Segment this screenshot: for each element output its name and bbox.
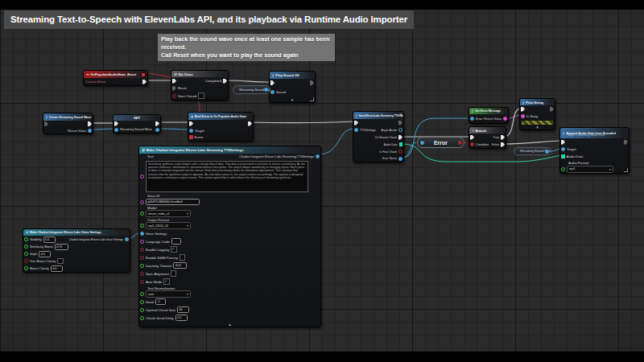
dropdown[interactable]: eleven_turbo_v2▾: [146, 210, 191, 217]
comment-title[interactable]: Streaming Text-to-Speech with ElevenLabs…: [4, 10, 414, 29]
exec-pin[interactable]: [561, 140, 565, 145]
exec-pin[interactable]: [398, 135, 402, 140]
exec-pin[interactable]: [142, 80, 147, 84]
float-pin[interactable]: [140, 308, 144, 312]
exec-pin[interactable]: [501, 135, 505, 140]
append-audio-data-from-encoded[interactable]: ƒAppend Audio Data from EncodedTarget is…: [559, 127, 630, 174]
string-pin[interactable]: [140, 200, 144, 204]
obj-pin[interactable]: [316, 154, 320, 158]
obj-pin[interactable]: [270, 90, 275, 94]
dropdown[interactable]: mp3_22050_32▾: [146, 222, 191, 229]
enum-pin[interactable]: [140, 212, 144, 216]
streaming-sound-wave-get-2[interactable]: Streaming Sound Wave: [514, 147, 551, 155]
value-field[interactable]: 0.5: [43, 237, 56, 243]
exec-pin[interactable]: [223, 79, 227, 84]
node-header[interactable]: ƒAppend Audio Data from EncodedTarget is…: [560, 128, 629, 138]
exec-pin[interactable]: [189, 121, 193, 126]
bool-pin[interactable]: [470, 142, 474, 146]
checkbox[interactable]: [171, 270, 177, 277]
obj-pin[interactable]: [88, 129, 92, 133]
obj-pin[interactable]: [114, 128, 118, 132]
obj-pin[interactable]: [264, 88, 268, 92]
resize-handle[interactable]: [624, 168, 628, 172]
node-header[interactable]: ƒSend ElevenLabs Streaming TTS Request◷: [353, 112, 403, 119]
branch[interactable]: ⑂BranchTrueConditionFalse: [469, 126, 506, 149]
dropdown[interactable]: mp3▾: [567, 166, 613, 173]
exec-pin[interactable]: [248, 121, 252, 126]
float-pin[interactable]: [24, 252, 28, 256]
node-header[interactable]: ƒCreate Streaming Sound Wave: [43, 113, 93, 121]
resize-handle[interactable]: [310, 97, 314, 101]
node-header[interactable]: ⊞Make Chatbot Integrator Eleven Labs Voi…: [23, 229, 130, 236]
exec-pin[interactable]: [270, 80, 275, 85]
node-header[interactable]: ƒGet Error Message: [469, 108, 508, 114]
bool-pin[interactable]: [140, 272, 144, 276]
obj-pin[interactable]: [155, 128, 159, 132]
exec-pin[interactable]: [470, 135, 474, 140]
create-streaming-sound-wave[interactable]: ƒCreate Streaming Sound WaveReturn Value: [43, 113, 93, 134]
checkbox[interactable]: [180, 254, 186, 261]
comment-note[interactable]: Play back the sound wave once at least o…: [158, 34, 335, 61]
bool-pin[interactable]: [140, 280, 144, 284]
bool-pin[interactable]: [140, 256, 144, 260]
node-header[interactable]: SET: [114, 115, 160, 121]
checkbox[interactable]: [163, 278, 170, 285]
array-pin[interactable]: [399, 142, 403, 146]
collapse-chevron[interactable]: ▾: [270, 97, 315, 102]
enum-pin[interactable]: [561, 167, 565, 171]
value-field[interactable]: 40: [177, 306, 189, 313]
delegate-pin[interactable]: [141, 72, 146, 77]
send-elevenlabs-streaming-tts-request[interactable]: ƒSend ElevenLabs Streaming TTS Request◷T…: [353, 111, 404, 162]
obj-pin[interactable]: [140, 232, 144, 236]
obj-pin[interactable]: [125, 237, 129, 241]
value-field[interactable]: 0.1: [175, 315, 188, 321]
value-field[interactable]: 0.0: [51, 265, 63, 272]
obj-pin[interactable]: [398, 157, 402, 161]
set-streaming-sound-wave[interactable]: SETStreaming Sound Wave: [113, 114, 161, 134]
array-pin[interactable]: [561, 154, 565, 158]
make-chatbot-integrator-eleven-labs-streaming-tts-settings[interactable]: ⊞Make Chatbot Integrator Eleven Labs Str…: [138, 146, 321, 327]
value-field[interactable]: 20.0: [173, 262, 187, 269]
exec-pin[interactable]: [624, 140, 628, 145]
collapse-chevron[interactable]: ▴: [139, 322, 320, 327]
node-header[interactable]: ⟳Do Once: [171, 71, 228, 77]
exec-pin[interactable]: [44, 121, 48, 126]
bool-pin[interactable]: [172, 94, 176, 98]
do-once[interactable]: ⟳Do OnceCompletedResetStart Closed: [171, 70, 229, 101]
exec-pin[interactable]: [172, 86, 176, 91]
node-header[interactable]: ⑂Branch: [469, 127, 506, 134]
checkbox[interactable]: [57, 258, 64, 265]
dropdown[interactable]: auto▾: [146, 290, 191, 298]
float-pin[interactable]: [24, 266, 28, 270]
value-field[interactable]: -1: [155, 298, 166, 305]
bind-event-to-on-populate-audio-state[interactable]: ◆Bind Event to On Populate Audio StateTa…: [188, 112, 254, 142]
obj-pin[interactable]: [420, 141, 424, 145]
node-header[interactable]: ƒPlay Sound 2D: [270, 72, 315, 79]
get-error-message[interactable]: ƒGet Error MessageErrorReturn Value: [469, 107, 509, 124]
float-pin[interactable]: [24, 237, 28, 241]
value-field[interactable]: gUkPV1JMX6S0rr5cmBwV: [146, 199, 200, 205]
exec-pin[interactable]: [398, 121, 402, 125]
node-header[interactable]: ⊞Make Chatbot Integrator Eleven Labs Str…: [139, 146, 320, 154]
enum-pin[interactable]: [140, 292, 144, 296]
obj-pin[interactable]: [470, 117, 474, 121]
exec-pin[interactable]: [172, 79, 176, 84]
enum-pin[interactable]: [140, 224, 144, 228]
obj-pin[interactable]: [398, 128, 402, 132]
node-header[interactable]: ◆Bind Event to On Populate Audio State: [188, 113, 253, 120]
print-string[interactable]: ƒPrint StringIn String▾: [519, 98, 555, 130]
float-pin[interactable]: [140, 264, 144, 268]
bool-pin[interactable]: [398, 150, 402, 154]
exec-pin[interactable]: [88, 121, 92, 126]
bool-pin[interactable]: [458, 141, 462, 145]
node-header[interactable]: ƒPrint String: [520, 99, 555, 105]
custom-event-on-populate-audio-state[interactable]: ➥OnPopulateAudioState_EventCustom Event: [83, 70, 148, 86]
exec-pin[interactable]: [521, 107, 525, 112]
exec-pin[interactable]: [310, 80, 314, 85]
obj-pin[interactable]: [545, 150, 549, 154]
make-chatbot-integrator-eleven-labs-voice-settings[interactable]: ⊞Make Chatbot Integrator Eleven Labs Voi…: [23, 228, 130, 273]
float-pin[interactable]: [140, 300, 144, 304]
play-sound-2d[interactable]: ƒPlay Sound 2DSound▾: [269, 71, 316, 103]
float-pin[interactable]: [24, 245, 28, 249]
checkbox[interactable]: [198, 93, 204, 99]
